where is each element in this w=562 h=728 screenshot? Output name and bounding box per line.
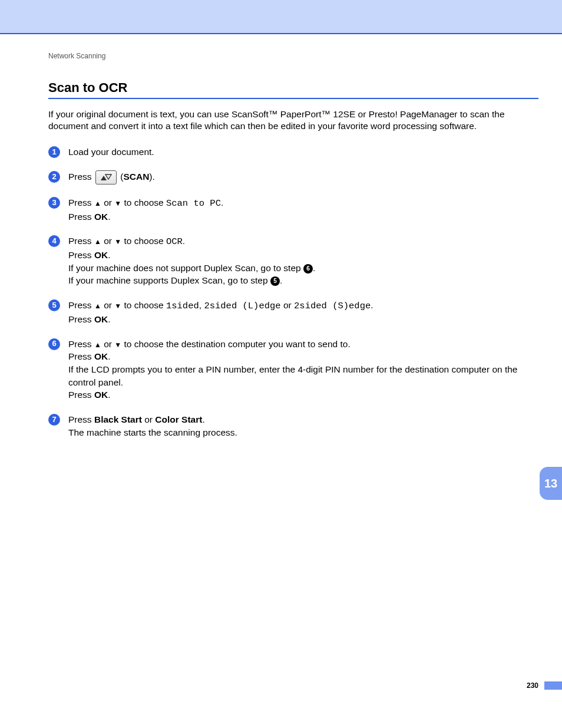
or-label: or: [281, 300, 294, 310]
press-label: Press: [68, 197, 94, 207]
option-2sided-s: 2sided (S)edge: [294, 301, 371, 311]
running-head: Network Scanning: [48, 52, 538, 60]
step-7-line2: The machine starts the scanning process.: [68, 427, 237, 437]
step-3: Press ▲ or ▼ to choose Scan to PC. Press…: [48, 196, 538, 223]
down-arrow-icon: ▼: [114, 340, 121, 348]
scan-label: SCAN: [123, 172, 149, 182]
intro-paragraph: If your original document is text, you c…: [48, 108, 538, 133]
up-arrow-icon: ▲: [94, 238, 101, 246]
up-arrow-icon: ▲: [94, 340, 101, 348]
step-ref-6: 6: [303, 264, 313, 274]
footer: 230: [527, 681, 562, 690]
press-label: Press: [68, 300, 94, 310]
option-1sided: 1sided: [166, 301, 199, 311]
down-arrow-icon: ▼: [114, 238, 121, 246]
press-ok-label: Press: [68, 314, 94, 324]
press-label: Press: [68, 339, 94, 349]
or-label: or: [142, 414, 155, 424]
down-arrow-icon: ▼: [114, 199, 121, 207]
press-label: Press: [68, 236, 94, 246]
ok-label: OK: [94, 314, 108, 324]
title-rule: [48, 98, 538, 99]
or-label: or: [101, 300, 114, 310]
option-ocr: OCR: [166, 236, 183, 247]
ok-label: OK: [94, 351, 108, 361]
chapter-tab: 13: [540, 467, 562, 500]
press-ok-label: Press: [68, 390, 94, 400]
step-1: Load your document.: [48, 146, 538, 159]
press-ok-label: Press: [68, 250, 94, 260]
option-scan-to-pc: Scan to PC: [166, 198, 221, 209]
section-title: Scan to OCR: [48, 80, 538, 95]
step-4: Press ▲ or ▼ to choose OCR. Press OK. If…: [48, 235, 538, 287]
or-label: or: [101, 339, 114, 349]
or-label: or: [101, 197, 114, 207]
step-2: Press (SCAN).: [48, 170, 538, 185]
up-arrow-icon: ▲: [94, 302, 101, 310]
steps-list: Load your document. Press (SCAN). Press …: [48, 146, 538, 439]
down-arrow-icon: ▼: [114, 302, 121, 310]
choose-label: to choose: [121, 236, 166, 246]
choose-dest-text: to choose the destination computer you w…: [121, 339, 351, 349]
press-label: Press: [68, 172, 94, 182]
footer-edge: [544, 681, 562, 690]
page-number: 230: [527, 681, 538, 690]
lcd-prompt-text: If the LCD prompts you to enter a PIN nu…: [68, 364, 518, 387]
duplex-yes-text: If your machine supports Duplex Scan, go…: [68, 275, 270, 285]
ok-label: OK: [94, 250, 108, 260]
choose-label: to choose: [121, 300, 166, 310]
ok-label: OK: [94, 390, 108, 400]
step-5: Press ▲ or ▼ to choose 1sided, 2sided (L…: [48, 299, 538, 325]
up-arrow-icon: ▲: [94, 199, 101, 207]
press-ok-label: Press: [68, 212, 94, 222]
step-7: Press Black Start or Color Start. The ma…: [48, 413, 538, 439]
step-6: Press ▲ or ▼ to choose the destination c…: [48, 338, 538, 401]
step-1-text: Load your document.: [68, 147, 154, 157]
option-2sided-l: 2sided (L)edge: [204, 301, 280, 311]
header-band: [0, 0, 562, 34]
duplex-no-text: If your machine does not support Duplex …: [68, 263, 303, 273]
step-ref-5: 5: [270, 276, 280, 286]
press-label: Press: [68, 414, 94, 424]
or-label: or: [101, 236, 114, 246]
scan-button-icon: [95, 170, 117, 185]
press-ok-label: Press: [68, 351, 94, 361]
color-start-label: Color Start: [155, 414, 202, 424]
ok-label: OK: [94, 212, 108, 222]
choose-label: to choose: [121, 197, 166, 207]
black-start-label: Black Start: [94, 414, 142, 424]
